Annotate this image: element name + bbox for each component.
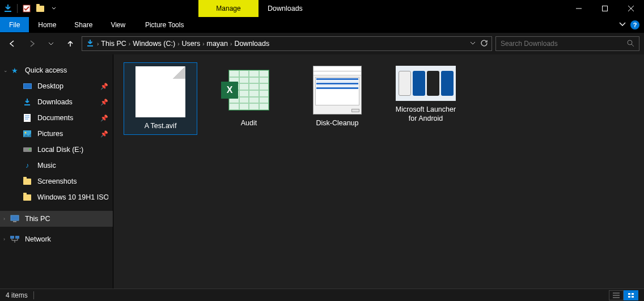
search-icon[interactable] bbox=[626, 39, 634, 49]
sidebar-item-label: Local Disk (E:) bbox=[37, 146, 83, 154]
sidebar-item-quick-access[interactable]: ⌄ ★ Quick access bbox=[0, 62, 113, 78]
svg-rect-10 bbox=[13, 221, 16, 222]
sidebar-item-local-disk-e[interactable]: Local Disk (E:) bbox=[0, 142, 113, 158]
addr-dropdown-icon[interactable] bbox=[470, 40, 476, 48]
sidebar-item-music[interactable]: ♪ Music bbox=[0, 158, 113, 173]
minimize-button[interactable] bbox=[566, 0, 592, 17]
svg-rect-0 bbox=[5, 11, 11, 12]
sidebar-item-desktop[interactable]: Desktop 📌 bbox=[0, 78, 113, 94]
large-icons-view-button[interactable] bbox=[624, 290, 638, 300]
chevron-right-icon[interactable]: › bbox=[3, 236, 5, 242]
svg-rect-13 bbox=[628, 293, 630, 295]
svg-rect-3 bbox=[87, 45, 93, 46]
breadcrumb[interactable]: Users bbox=[182, 40, 201, 48]
pictures-icon bbox=[23, 129, 32, 138]
svg-point-4 bbox=[628, 40, 632, 45]
new-folder-qat-icon[interactable] bbox=[35, 3, 46, 14]
item-count: 4 items bbox=[6, 291, 28, 299]
breadcrumb[interactable]: Windows (C:) bbox=[133, 40, 175, 48]
close-button[interactable] bbox=[618, 0, 644, 17]
file-label: A Test.avif bbox=[145, 122, 177, 131]
svg-rect-14 bbox=[632, 293, 634, 295]
chevron-right-icon[interactable]: › bbox=[97, 41, 99, 47]
quick-access-toolbar bbox=[0, 0, 62, 17]
downloads-app-icon bbox=[2, 3, 14, 14]
chevron-right-icon[interactable]: › bbox=[177, 41, 179, 47]
svg-rect-15 bbox=[628, 296, 630, 298]
file-tab[interactable]: File bbox=[0, 17, 29, 32]
breadcrumb[interactable]: This PC bbox=[101, 40, 126, 48]
chevron-right-icon[interactable]: › bbox=[202, 41, 204, 47]
music-icon: ♪ bbox=[23, 161, 32, 170]
drive-icon bbox=[23, 145, 32, 154]
ribbon-expand-icon[interactable] bbox=[619, 20, 626, 29]
sidebar-item-label: Screenshots bbox=[37, 177, 77, 185]
breadcrumb[interactable]: mayan bbox=[207, 40, 228, 48]
svg-point-8 bbox=[25, 132, 27, 134]
file-label: Disk-Cleanup bbox=[316, 119, 358, 128]
network-icon bbox=[10, 235, 19, 244]
back-button[interactable] bbox=[5, 36, 20, 52]
ribbon: File Home Share View Picture Tools ? bbox=[0, 17, 644, 33]
file-item-audit[interactable]: X Audit bbox=[212, 62, 286, 135]
excel-file-icon: X bbox=[224, 66, 273, 115]
file-label: Microsoft Launcher for Android bbox=[392, 105, 459, 123]
sidebar-item-pictures[interactable]: Pictures 📌 bbox=[0, 126, 113, 142]
ribbon-context-manage[interactable]: Manage bbox=[198, 0, 259, 17]
sidebar-item-windows-iso[interactable]: Windows 10 19H1 ISO bbox=[0, 189, 113, 205]
pin-icon: 📌 bbox=[100, 83, 108, 90]
qat-dropdown[interactable] bbox=[48, 3, 60, 14]
file-item-a-test-avif[interactable]: A Test.avif bbox=[124, 62, 197, 135]
svg-rect-5 bbox=[24, 104, 30, 105]
search-box[interactable] bbox=[495, 36, 639, 51]
sidebar-item-label: Pictures bbox=[37, 130, 63, 138]
star-icon: ★ bbox=[10, 66, 19, 75]
properties-qat-icon[interactable] bbox=[21, 3, 32, 14]
downloads-path-icon bbox=[86, 39, 95, 49]
svg-rect-6 bbox=[24, 114, 31, 122]
downloads-icon bbox=[23, 97, 32, 107]
details-view-button[interactable] bbox=[609, 290, 624, 300]
navigation-bar: › This PC › Windows (C:) › Users › mayan… bbox=[0, 33, 644, 54]
sidebar-item-downloads[interactable]: Downloads 📌 bbox=[0, 94, 113, 110]
sidebar-item-network[interactable]: › Network bbox=[0, 231, 113, 247]
picture-tools-tab[interactable]: Picture Tools bbox=[134, 17, 194, 32]
breadcrumb[interactable]: Downloads bbox=[234, 40, 269, 48]
svg-rect-12 bbox=[15, 236, 19, 239]
svg-rect-9 bbox=[11, 215, 19, 221]
chevron-right-icon[interactable]: › bbox=[3, 216, 5, 222]
recent-locations-button[interactable] bbox=[43, 36, 59, 52]
image-thumbnail bbox=[396, 66, 456, 101]
file-item-ms-launcher[interactable]: Microsoft Launcher for Android bbox=[389, 62, 463, 135]
forward-button[interactable] bbox=[24, 36, 40, 52]
sidebar-item-screenshots[interactable]: Screenshots bbox=[0, 173, 113, 189]
view-tab[interactable]: View bbox=[101, 17, 134, 32]
refresh-icon[interactable] bbox=[480, 39, 488, 49]
sidebar-item-documents[interactable]: Documents 📌 bbox=[0, 110, 113, 126]
chevron-right-icon[interactable]: › bbox=[129, 41, 130, 47]
folder-icon bbox=[23, 193, 32, 202]
sidebar-item-label: Network bbox=[25, 235, 51, 243]
search-input[interactable] bbox=[501, 40, 626, 48]
help-icon[interactable]: ? bbox=[630, 20, 639, 29]
maximize-button[interactable] bbox=[592, 0, 618, 17]
share-tab[interactable]: Share bbox=[65, 17, 101, 32]
navigation-pane: ⌄ ★ Quick access Desktop 📌 Downloads 📌 D… bbox=[0, 54, 113, 289]
file-list[interactable]: A Test.avif X Audit Disk-Cleanup Microso… bbox=[113, 54, 644, 289]
sidebar-item-this-pc[interactable]: › This PC bbox=[0, 211, 113, 227]
up-button[interactable] bbox=[62, 36, 78, 52]
address-bar[interactable]: › This PC › Windows (C:) › Users › mayan… bbox=[82, 36, 492, 51]
file-item-disk-cleanup[interactable]: Disk-Cleanup bbox=[300, 62, 374, 135]
status-bar: 4 items bbox=[0, 289, 644, 301]
chevron-down-icon[interactable]: ⌄ bbox=[3, 67, 8, 73]
svg-rect-11 bbox=[10, 236, 14, 239]
image-thumbnail bbox=[313, 66, 362, 115]
window-title: Downloads bbox=[259, 0, 312, 17]
svg-rect-2 bbox=[603, 6, 608, 11]
sidebar-item-label: This PC bbox=[25, 215, 50, 223]
file-label: Audit bbox=[241, 119, 257, 128]
chevron-right-icon[interactable]: › bbox=[230, 41, 232, 47]
folder-icon bbox=[23, 177, 32, 186]
home-tab[interactable]: Home bbox=[29, 17, 65, 32]
pin-icon: 📌 bbox=[100, 99, 108, 106]
